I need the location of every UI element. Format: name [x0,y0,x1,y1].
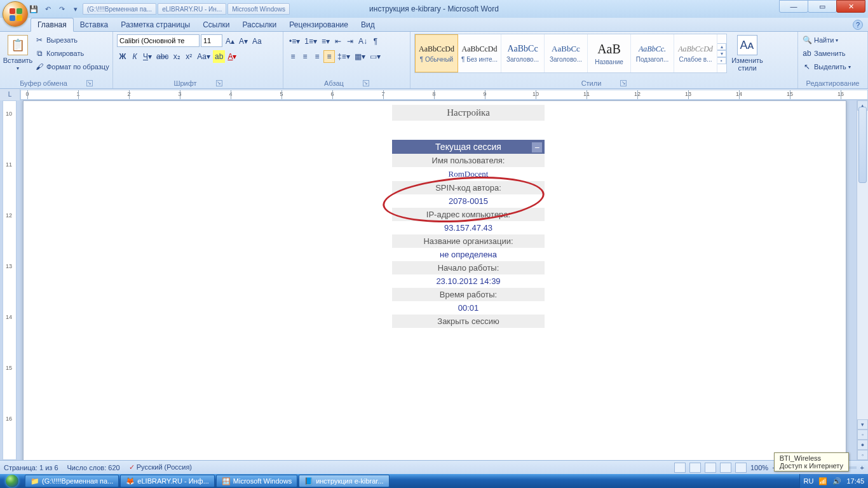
justify-button[interactable]: ≡ [323,50,335,63]
tab-review[interactable]: Рецензирование [283,18,355,31]
font-size-input[interactable] [201,34,222,47]
qat-save-icon[interactable]: 💾 [28,3,39,15]
change-case-button[interactable]: Aa▾ [195,50,212,63]
status-lang[interactable]: ✓ Русский (Россия) [129,463,192,471]
view-print-layout-button[interactable] [674,463,686,473]
replace-button[interactable]: abЗаменить [802,47,851,60]
change-styles-button[interactable]: Aᴀ Изменить стили [729,34,765,72]
group-paragraph-title: Абзац [324,79,344,87]
strike-button[interactable]: abc [154,50,170,63]
show-marks-button[interactable]: ¶ [370,35,381,48]
help-icon[interactable]: ? [853,20,863,30]
shrink-font-button[interactable]: A▾ [237,35,250,48]
qat-customize-icon[interactable]: ▾ [70,3,81,15]
prev-page-icon[interactable]: ◦ [857,430,868,440]
highlight-button[interactable]: ab [213,50,225,63]
tray-sound-icon[interactable]: 🔊 [832,477,841,485]
taskbar-item[interactable]: 🪟Microsoft Windows [216,475,297,487]
bold-button[interactable]: Ж [117,50,128,63]
taskbar-item[interactable]: 🦊eLIBRARY.RU - Инф... [120,475,215,487]
maximize-button[interactable]: ▭ [808,0,837,13]
qat-redo-icon[interactable]: ↷ [56,3,67,15]
superscript-button[interactable]: x² [183,50,194,63]
tab-insert[interactable]: Вставка [74,18,115,31]
style-subtle[interactable]: AaBbCcDdСлабое в... [674,34,717,72]
clear-format-button[interactable]: Aa [250,35,264,48]
status-page[interactable]: Страница: 1 из 6 [4,464,58,471]
style-no-spacing[interactable]: AaBbCcDd¶ Без инте... [458,34,501,72]
find-button[interactable]: 🔍Найти▾ [802,34,851,46]
style-heading1[interactable]: AaBbCcЗаголово... [501,34,545,72]
styles-launcher-icon[interactable]: ↘ [620,80,627,86]
vertical-scrollbar[interactable]: ▴ ▾ ◦ ● ◦ [857,100,868,460]
select-button[interactable]: ↖Выделить▾ [802,60,851,73]
tab-page-layout[interactable]: Разметка страницы [114,18,196,31]
line-spacing-button[interactable]: ‡≡▾ [336,50,352,63]
indent-inc-button[interactable]: ⇥ [344,35,356,48]
qat-undo-icon[interactable]: ↶ [42,3,53,15]
align-center-button[interactable]: ≡ [299,50,311,63]
view-outline-button[interactable] [720,463,731,473]
document-page[interactable]: Настройка Текущая сессия − Имя пользоват… [23,100,846,460]
zoom-in-button[interactable]: + [860,464,864,471]
tray-time[interactable]: 17:45 [846,477,864,485]
scroll-thumb[interactable] [858,107,867,183]
shading-button[interactable]: ▦▾ [353,50,367,63]
zoom-level[interactable]: 100% [750,464,768,471]
find-label: Найти [814,36,834,44]
paragraph-launcher-icon[interactable]: ↘ [363,80,369,86]
indent-dec-button[interactable]: ⇤ [332,35,344,48]
underline-button[interactable]: Ч▾ [141,50,154,63]
cut-button[interactable]: ✂Вырезать [34,34,109,46]
style-title[interactable]: AaBНазвание [588,34,631,72]
next-page-icon[interactable]: ◦ [857,450,868,460]
bullets-button[interactable]: •≡▾ [287,35,302,48]
ruler-corner[interactable]: L [0,89,20,100]
ruler-horizontal[interactable]: L 01234567891011121314151617 [0,89,868,100]
format-painter-button[interactable]: 🖌Формат по образцу [34,60,109,73]
style-normal[interactable]: AaBbCcDd¶ Обычный [415,34,458,72]
grow-font-button[interactable]: A▴ [224,35,236,48]
tab-home[interactable]: Главная [31,18,74,32]
view-web-button[interactable] [705,463,716,473]
taskbar-item-active[interactable]: 📘инструкция e-kibrar... [299,475,389,487]
collapse-icon[interactable]: − [532,142,542,152]
align-right-button[interactable]: ≡ [311,50,323,63]
sort-button[interactable]: A↓ [356,35,369,48]
office-button[interactable] [3,1,28,27]
tab-references[interactable]: Ссылки [196,18,236,31]
copy-button[interactable]: ⧉Копировать [34,47,109,60]
status-words[interactable]: Число слов: 620 [67,464,120,471]
document-title: инструкция e-kibrary - Microsoft Word [369,4,499,13]
ruler-vertical[interactable]: 10111213141516 [3,100,17,460]
browse-object-icon[interactable]: ● [857,440,868,450]
tray-network-icon[interactable]: 📶 [818,477,827,485]
start-button[interactable] [0,474,24,488]
taskbar-item[interactable]: 📁(G:\!!!!Временная па... [25,475,119,487]
style-subtitle[interactable]: AaBbCc.Подзагол... [631,34,674,72]
borders-button[interactable]: ▭▾ [368,50,383,63]
styles-scroll[interactable]: ▴▾▪ [717,43,726,64]
minimize-button[interactable]: — [779,0,808,13]
align-left-button[interactable]: ≡ [287,50,299,63]
close-button[interactable]: ✕ [836,0,865,13]
font-color-button[interactable]: A▾ [226,50,238,63]
styles-gallery[interactable]: AaBbCcDd¶ Обычный AaBbCcDd¶ Без инте... … [414,34,727,73]
paste-button[interactable]: 📋 Вставить ▾ [4,34,32,71]
italic-button[interactable]: К [129,50,140,63]
scroll-down-icon[interactable]: ▾ [857,419,868,430]
view-full-screen-button[interactable] [689,463,701,473]
group-font-title: Шрифт [173,79,196,87]
style-heading2[interactable]: AaBbCcЗаголово... [545,34,588,72]
tab-mailings[interactable]: Рассылки [236,18,283,31]
multilevel-button[interactable]: ≡▾ [320,35,332,48]
font-launcher-icon[interactable]: ↘ [216,80,222,86]
subscript-button[interactable]: x₂ [171,50,182,63]
clipboard-launcher-icon[interactable]: ↘ [86,80,93,86]
view-draft-button[interactable] [735,463,747,473]
numbering-button[interactable]: 1≡▾ [302,35,319,48]
tray-lang[interactable]: RU [804,477,814,485]
windows-taskbar: 📁(G:\!!!!Временная па... 🦊eLIBRARY.RU - … [0,474,868,488]
tab-view[interactable]: Вид [355,18,381,31]
font-name-input[interactable] [117,34,200,47]
